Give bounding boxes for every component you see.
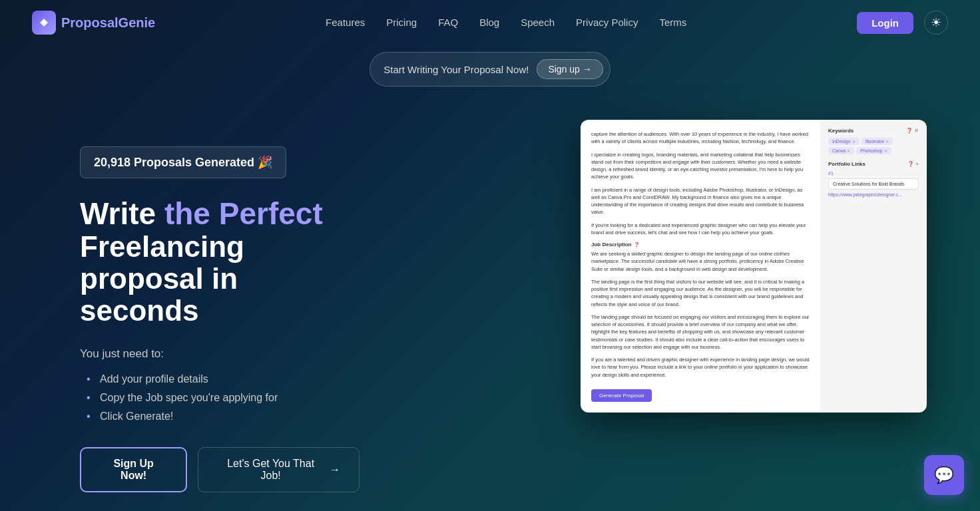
keyword-indesign-remove[interactable]: ✕	[852, 139, 856, 144]
heading-highlight: the Perfect	[164, 196, 323, 231]
main-content: 20,918 Proposals Generated 🎉 Write the P…	[0, 106, 980, 511]
job-desc-para-3: The landing page should be focused on en…	[591, 313, 810, 351]
navbar: ProposalGenie Features Pricing FAQ Blog …	[0, 0, 980, 45]
main-heading: Write the Perfect Freelancing proposal i…	[80, 197, 360, 327]
portfolio-links-label: Portfolio Links ❓ +	[828, 161, 919, 167]
chat-button[interactable]: 💬	[924, 455, 964, 495]
theme-toggle-button[interactable]: ☀	[924, 11, 948, 35]
keyword-canva-remove[interactable]: ✕	[847, 148, 850, 153]
nav-terms[interactable]: Terms	[659, 17, 686, 28]
nav-speech[interactable]: Speech	[521, 17, 555, 28]
nav-features[interactable]: Features	[326, 17, 365, 28]
keyword-canva: Canva ✕	[828, 147, 854, 154]
keyword-illustrator-remove[interactable]: ✕	[885, 139, 889, 144]
app-screenshot: capture the attention of audiences. With…	[581, 120, 927, 413]
nav-blog[interactable]: Blog	[479, 17, 499, 28]
job-desc-text: We are seeking a skilled graphic designe…	[591, 250, 810, 379]
keywords-label: Keywords ❓ ✕	[828, 128, 919, 134]
nav-right: Login ☀	[857, 11, 948, 35]
proposal-para-4: If you're looking for a dedicated and ex…	[591, 222, 810, 237]
logo[interactable]: ProposalGenie	[32, 11, 155, 35]
instructions-intro: You just need to:	[80, 347, 360, 361]
proposal-para-3: I am proficient in a range of design too…	[591, 186, 810, 216]
heading-subtitle: Freelancing proposal in seconds	[80, 231, 360, 327]
steps-list: Add your profile details Copy the Job sp…	[80, 370, 360, 426]
job-desc-label: Job Description ❓	[591, 242, 810, 248]
job-desc-para-1: We are seeking a skilled graphic designe…	[591, 250, 810, 273]
portfolio-url-1: https://www.jakegraphicdesigner.c...	[828, 192, 919, 197]
nav-privacy[interactable]: Privacy Policy	[576, 17, 638, 28]
banner-text: Start Writing Your Proposal Now!	[383, 64, 529, 75]
cta-buttons: Sign Up Now! Let's Get You That Job! →	[80, 447, 360, 492]
keyword-indesign: InDesign ✕	[828, 138, 859, 145]
proposal-para-1: capture the attention of audiences. With…	[591, 130, 810, 146]
keyword-photoshop: Photoshop ✕	[856, 147, 891, 154]
nav-faq[interactable]: FAQ	[438, 17, 458, 28]
keyword-photoshop-remove[interactable]: ✕	[884, 148, 887, 153]
getjob-label: Let's Get You That Job!	[217, 458, 324, 482]
step-2: Copy the Job spec you're applying for	[87, 389, 360, 407]
step-1: Add your profile details	[87, 370, 360, 389]
top-banner: Start Writing Your Proposal Now! Sign up…	[0, 52, 980, 86]
logo-icon	[32, 11, 56, 35]
svg-point-0	[42, 21, 46, 25]
step-3: Click Generate!	[87, 407, 360, 426]
right-section: capture the attention of audiences. With…	[399, 120, 927, 413]
login-button[interactable]: Login	[857, 12, 913, 34]
job-desc-para-2: The landing page is the first thing that…	[591, 278, 810, 308]
app-right-panel: Keywords ❓ ✕ InDesign ✕ Illustrator ✕ Ca…	[820, 120, 927, 413]
app-left-panel: capture the attention of audiences. With…	[581, 120, 820, 413]
nav-links: Features Pricing FAQ Blog Speech Privacy…	[326, 17, 686, 29]
proposal-para-2: I specialize in creating logos, branding…	[591, 151, 810, 181]
left-section: 20,918 Proposals Generated 🎉 Write the P…	[80, 120, 360, 492]
generate-proposal-button[interactable]: Generate Proposal	[591, 389, 652, 402]
getjob-button[interactable]: Let's Get You That Job! →	[198, 447, 360, 492]
portfolio-item-1: Creative Solutions for Bold Brands	[828, 178, 919, 190]
job-desc-para-4: If you are a talented and driven graphic…	[591, 356, 810, 379]
instructions: You just need to: Add your profile detai…	[80, 347, 360, 426]
signup-button[interactable]: Sign Up Now!	[80, 447, 187, 492]
keyword-illustrator: Illustrator ✕	[861, 138, 893, 145]
banner-pill: Start Writing Your Proposal Now! Sign up…	[369, 52, 611, 86]
nav-pricing[interactable]: Pricing	[386, 17, 417, 28]
getjob-arrow-icon: →	[330, 464, 340, 476]
proposal-text: capture the attention of audiences. With…	[591, 130, 810, 236]
logo-text: ProposalGenie	[61, 15, 155, 31]
banner-signup-button[interactable]: Sign up →	[537, 59, 603, 79]
keyword-tags: InDesign ✕ Illustrator ✕ Canva ✕ Photosh…	[828, 138, 919, 154]
counter-badge: 20,918 Proposals Generated 🎉	[80, 146, 286, 178]
